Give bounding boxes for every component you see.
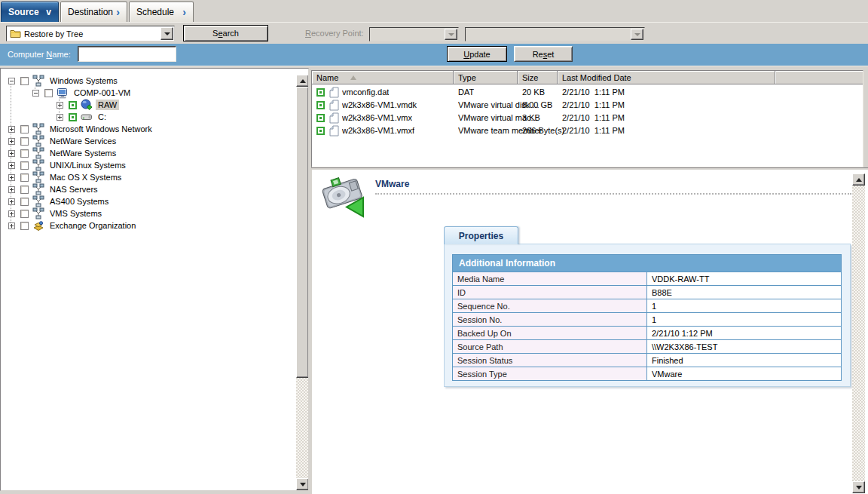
file-checkbox[interactable] — [316, 101, 325, 109]
file-row-w2k3x86-vm1-vmdk[interactable]: w2k3x86-VM1.vmdkVMware virtual disk ...8… — [312, 99, 863, 112]
sort-ascending-icon — [350, 75, 356, 80]
scroll-up-button[interactable] — [852, 173, 865, 186]
expand-icon[interactable] — [8, 198, 15, 205]
tree-item-label[interactable]: Exchange Organization — [47, 220, 138, 231]
tree-item-label[interactable]: NetWare Systems — [47, 148, 118, 158]
tree-item-checkbox[interactable] — [20, 198, 29, 206]
tab-properties[interactable]: Properties — [444, 226, 518, 244]
tree-item-label[interactable]: Windows Systems — [47, 75, 120, 86]
property-value: B88E — [647, 286, 842, 299]
tree-item-windows-systems[interactable]: Windows Systems — [1, 75, 280, 87]
file-cell-name: vmconfig.dat — [342, 87, 389, 97]
tree-item-checkbox[interactable] — [69, 101, 77, 109]
tree-item-microsoft-windows-network[interactable]: Microsoft Windows Network — [1, 123, 280, 135]
tree-item-checkbox[interactable] — [20, 125, 29, 133]
scroll-down-button[interactable] — [852, 481, 865, 493]
arrow-down-icon — [856, 486, 862, 489]
expand-icon[interactable] — [8, 162, 15, 169]
collapse-icon[interactable] — [8, 78, 15, 84]
file-row-w2k3x86-vm1-vmxf[interactable]: w2k3x86-VM1.vmxfVMware team member266 By… — [312, 124, 863, 137]
expand-icon[interactable] — [8, 150, 15, 157]
tree-item-exchange-organization[interactable]: Exchange Organization — [1, 219, 280, 232]
source-tree: Windows SystemsCOMP-001-VMRAWC:Microsoft… — [1, 69, 295, 490]
file-icon — [329, 125, 339, 137]
drive-icon — [81, 111, 93, 123]
tree-item-checkbox[interactable] — [20, 186, 29, 194]
tree-item-label[interactable]: COMP-001-VM — [72, 87, 133, 98]
expand-icon[interactable] — [57, 114, 63, 121]
vmware-disk-icon — [320, 173, 370, 219]
expand-icon[interactable] — [8, 138, 15, 145]
expand-icon[interactable] — [8, 210, 15, 217]
tree-item-label[interactable]: NAS Servers — [47, 184, 100, 195]
tree-item-checkbox[interactable] — [20, 137, 29, 146]
file-checkbox[interactable] — [316, 127, 325, 135]
property-value: Finished — [647, 354, 842, 367]
file-cell-type: DAT — [458, 87, 474, 97]
property-value: \\W2K3X86-TEST — [647, 340, 842, 354]
scroll-down-button[interactable] — [296, 478, 309, 490]
property-value: 1 — [647, 313, 842, 327]
tab-destination[interactable]: Destination › — [60, 2, 127, 22]
title-separator — [375, 193, 851, 195]
expand-icon[interactable] — [8, 222, 15, 229]
combo-dropdown-button[interactable] — [160, 27, 173, 40]
tree-item-checkbox[interactable] — [20, 149, 29, 158]
tree-item-as400-systems[interactable]: AS400 Systems — [1, 195, 280, 207]
tab-schedule[interactable]: Schedule › — [129, 2, 194, 22]
tree-item-label[interactable]: NetWare Services — [47, 136, 118, 146]
tree-item-nas-servers[interactable]: NAS Servers — [1, 183, 280, 195]
tree-item-label[interactable]: RAW — [96, 100, 119, 110]
scroll-up-button[interactable] — [296, 75, 309, 87]
tree-item-checkbox[interactable] — [44, 89, 53, 97]
file-checkbox[interactable] — [316, 114, 325, 122]
expand-icon[interactable] — [8, 186, 15, 193]
search-button[interactable]: Search — [183, 25, 268, 41]
tree-item-label[interactable]: Microsoft Windows Network — [47, 124, 154, 134]
tab-source[interactable]: Source v — [1, 2, 59, 22]
tree-item-vms-systems[interactable]: VMS Systems — [1, 207, 280, 219]
expand-icon[interactable] — [8, 126, 15, 133]
tree-item-label[interactable]: C: — [96, 112, 108, 122]
tree-item-comp-001-vm[interactable]: COMP-001-VM — [1, 87, 280, 99]
tree-item-checkbox[interactable] — [20, 161, 29, 170]
collapse-icon[interactable] — [32, 90, 39, 97]
column-header-name[interactable]: Name — [312, 71, 454, 84]
update-button[interactable]: Update — [447, 46, 507, 62]
file-row-vmconfig-dat[interactable]: vmconfig.datDAT20 KB2/21/10 1:11 PM — [312, 86, 863, 99]
file-row-w2k3x86-vm1-vmx[interactable]: w2k3x86-VM1.vmxVMware virtual mac...3 KB… — [312, 112, 863, 124]
additional-information-header: Additional Information — [453, 255, 842, 272]
scrollbar-thumb[interactable] — [296, 87, 309, 378]
toolbar-row-1: Restore by Tree Search Recovery Point: — [0, 23, 868, 44]
tree-item-c[interactable]: C: — [1, 111, 280, 123]
tree-item-unix-linux-systems[interactable]: UNIX/Linux Systems — [1, 159, 280, 171]
computer-icon — [57, 87, 69, 99]
restore-method-combobox[interactable]: Restore by Tree — [6, 26, 175, 41]
expand-icon[interactable] — [57, 102, 63, 109]
tree-item-checkbox[interactable] — [69, 113, 77, 121]
expand-icon[interactable] — [8, 174, 15, 181]
tree-item-checkbox[interactable] — [20, 173, 29, 182]
tree-item-label[interactable]: AS400 Systems — [47, 196, 111, 207]
reset-button[interactable]: Reset — [514, 46, 573, 62]
column-header-size[interactable]: Size — [518, 71, 558, 84]
column-header-type[interactable]: Type — [454, 71, 518, 84]
tree-item-checkbox[interactable] — [20, 77, 29, 85]
tree-item-checkbox[interactable] — [20, 210, 29, 218]
tree-vertical-scrollbar[interactable] — [296, 75, 309, 490]
tree-item-checkbox[interactable] — [20, 222, 29, 230]
tree-item-label[interactable]: UNIX/Linux Systems — [47, 160, 128, 170]
file-cell-modified: 2/21/10 1:11 PM — [562, 113, 625, 122]
column-header-modified[interactable]: Last Modified Date — [558, 71, 775, 84]
tree-item-netware-services[interactable]: NetWare Services — [1, 135, 280, 147]
tree-item-raw[interactable]: RAW — [1, 99, 280, 111]
tree-item-label[interactable]: Mac OS X Systems — [47, 172, 124, 183]
tree-item-mac-os-x-systems[interactable]: Mac OS X Systems — [1, 171, 280, 183]
computer-name-input[interactable] — [78, 46, 176, 62]
tree-item-netware-systems[interactable]: NetWare Systems — [1, 147, 280, 159]
tree-item-label[interactable]: VMS Systems — [47, 208, 104, 219]
details-vertical-scrollbar[interactable] — [852, 173, 865, 493]
network-icon — [32, 207, 44, 219]
property-label: Session No. — [453, 313, 647, 327]
file-checkbox[interactable] — [316, 88, 325, 97]
